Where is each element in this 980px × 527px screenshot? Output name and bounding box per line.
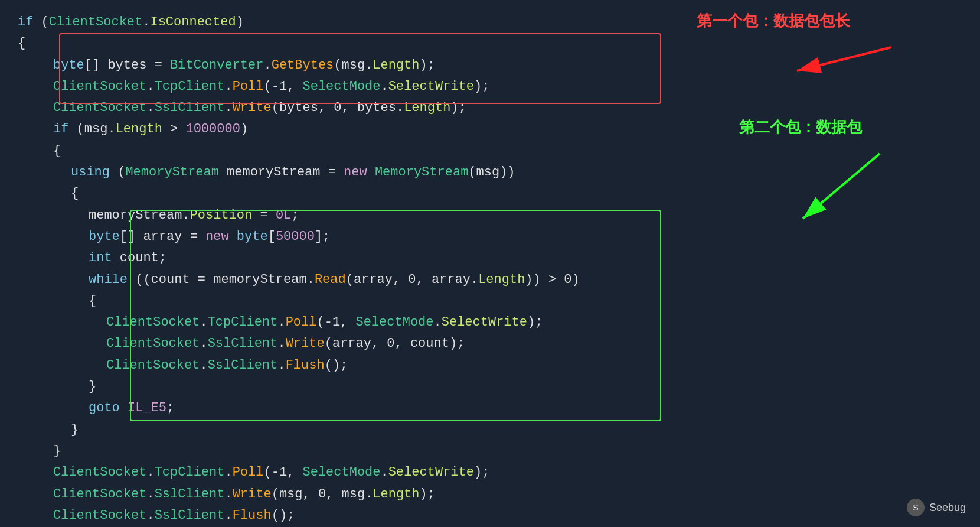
seebug-icon: S — [907, 499, 925, 516]
svg-line-3 — [803, 154, 880, 219]
code-area: if (ClientSocket.IsConnected){byte[] byt… — [0, 0, 980, 527]
code-line: ClientSocket.TcpClient.Poll(-1, SelectMo… — [53, 462, 962, 483]
code-line: ClientSocket.SslClient.Write(msg, 0, msg… — [53, 484, 962, 505]
second-packet-annotation: 第二个包：数据包 — [739, 117, 862, 138]
red-arrow — [779, 35, 897, 83]
code-line: } — [53, 441, 962, 462]
seebug-watermark: S Seebug — [907, 499, 966, 516]
code-line: ClientSocket.SslClient.Flush(); — [53, 505, 962, 526]
second-packet-box — [130, 210, 661, 421]
svg-line-1 — [797, 47, 891, 71]
first-packet-annotation: 第一个包：数据包包长 — [697, 11, 850, 31]
seebug-label: Seebug — [929, 502, 966, 514]
green-arrow — [785, 142, 903, 236]
code-line: } — [71, 419, 962, 441]
first-packet-box — [59, 33, 661, 104]
